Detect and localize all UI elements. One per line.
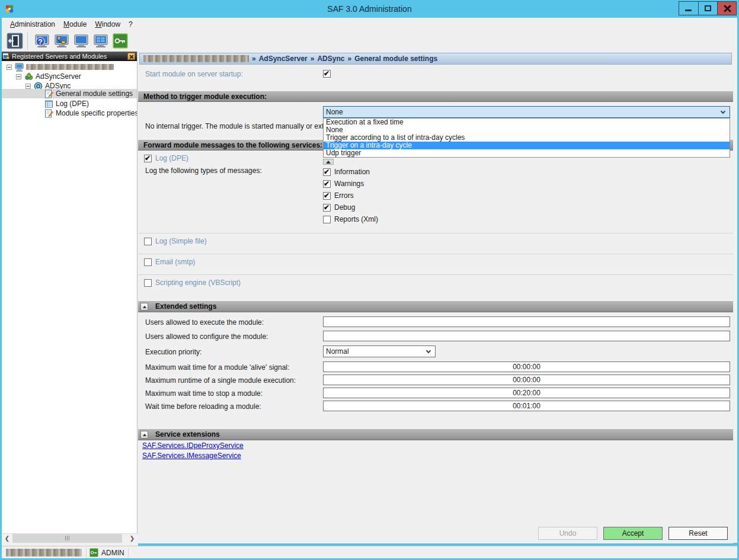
trigger-method-select[interactable]: None	[323, 106, 730, 118]
monitor-icon	[73, 33, 89, 49]
execution-priority-value: Normal	[326, 347, 349, 356]
reload-wait-input[interactable]: 00:01:00	[323, 401, 730, 411]
monitor-button[interactable]	[72, 32, 90, 50]
scroll-right-icon[interactable]: ❯	[127, 534, 137, 543]
registered-servers-button[interactable]: +	[53, 32, 71, 50]
message-type-row: Reports (Xml)	[323, 215, 378, 223]
max-runtime-input[interactable]: 00:00:00	[323, 375, 730, 385]
tree: AdSyncServer ADSync General module s	[2, 61, 137, 533]
tree-leaf-label: Module specific properties	[56, 109, 137, 117]
exit-door-icon	[7, 33, 23, 49]
collapse-section-icon[interactable]	[140, 431, 148, 439]
toolbar: ? +	[2, 30, 737, 52]
execution-priority-select[interactable]: Normal	[323, 345, 436, 357]
exit-button[interactable]	[6, 32, 24, 50]
breadcrumb-current-page: General module settings	[354, 55, 437, 63]
stop-wait-label: Maximum wait time to stop a module:	[145, 389, 263, 398]
reports-xml-checkbox[interactable]	[323, 216, 331, 223]
users-configure-input[interactable]	[323, 331, 730, 341]
tree-leaf-log-dpe[interactable]: Log (DPE)	[44, 99, 89, 108]
log-simple-file-label: Log (Simple file)	[155, 237, 207, 245]
message-service-link[interactable]: SAF.Services.IMessageService	[142, 452, 241, 460]
collapse-box-icon[interactable]	[7, 65, 12, 70]
execution-priority-label: Execution priority:	[145, 348, 201, 356]
tree-node-adsyncserver[interactable]: AdSyncServer	[16, 72, 81, 81]
log-table-icon	[44, 100, 53, 108]
scripting-engine-label: Scripting engine (VBScript)	[155, 279, 241, 287]
scroll-left-icon[interactable]: ❮	[2, 534, 12, 543]
collapse-up-icon[interactable]	[323, 159, 334, 165]
menu-administration[interactable]: Administration	[6, 19, 59, 30]
modules-grid-button[interactable]	[92, 32, 110, 50]
tree-leaf-module-properties[interactable]: Module specific properties	[44, 108, 137, 118]
trigger-description: No internal trigger. The module is start…	[145, 122, 346, 130]
log-simple-file-checkbox[interactable]	[144, 238, 152, 245]
menu-window[interactable]: Window	[91, 19, 124, 30]
debug-checkbox[interactable]	[323, 204, 331, 212]
reset-button[interactable]: Reset	[668, 527, 728, 540]
scripting-engine-row: Scripting engine (VBScript)	[144, 279, 241, 287]
email-smtp-row: Email (smtp)	[144, 258, 195, 266]
divider	[138, 274, 733, 275]
message-type-row: Debug	[323, 203, 355, 212]
scroll-thumb[interactable]	[12, 534, 122, 543]
startup-checkbox[interactable]	[323, 70, 331, 78]
key-icon	[89, 548, 98, 557]
tree-leaf-label: General module settings	[56, 89, 133, 98]
log-simple-file-row: Log (Simple file)	[144, 237, 207, 245]
dpe-proxy-service-link[interactable]: SAF.Services.IDpeProxyService	[142, 441, 244, 450]
modules-grid-icon	[92, 33, 109, 49]
menu-help[interactable]: ?	[124, 19, 137, 30]
maximize-button[interactable]	[698, 2, 717, 15]
panel-close-icon[interactable]	[127, 53, 135, 60]
settings-content: » AdSyncServer » ADSync » General module…	[138, 52, 733, 543]
warnings-checkbox[interactable]	[323, 180, 331, 188]
email-smtp-checkbox[interactable]	[144, 258, 152, 266]
trigger-method-dropdown: Execution at a fixed time None Trigger a…	[323, 118, 730, 158]
breadcrumb-adsync[interactable]: ADSync	[317, 55, 344, 63]
status-bar: ADMIN	[2, 546, 737, 558]
dropdown-option[interactable]: None	[324, 126, 730, 134]
scripting-engine-checkbox[interactable]	[144, 279, 152, 287]
reload-wait-label: Wait time before reloading a module:	[145, 402, 261, 411]
svg-text:?: ?	[38, 38, 42, 46]
dropdown-option-highlighted[interactable]: Trigger on a intra-day cycle	[324, 142, 730, 149]
computer-icon	[15, 63, 24, 72]
tree-node-server[interactable]	[7, 62, 114, 72]
help-button[interactable]: ?	[33, 32, 51, 50]
window-title: SAF 3.0 Administration	[0, 4, 739, 14]
menu-module[interactable]: Module	[59, 19, 91, 30]
dropdown-option[interactable]: Udp trigger	[324, 149, 730, 157]
admin-key-button[interactable]	[111, 32, 129, 50]
reports-xml-label: Reports (Xml)	[334, 215, 378, 223]
dropdown-option[interactable]: Execution at a fixed time	[324, 119, 730, 126]
minimize-button[interactable]	[679, 2, 698, 15]
breadcrumb-server-redacted	[143, 55, 249, 62]
collapse-section-icon[interactable]	[140, 303, 148, 311]
debug-label: Debug	[334, 203, 355, 212]
users-execute-input[interactable]	[323, 316, 730, 327]
collapse-box-icon[interactable]	[16, 74, 21, 79]
settings-doc-icon	[44, 89, 53, 98]
tree-hscrollbar: ❮ ❯	[2, 533, 137, 543]
undo-button[interactable]: Undo	[538, 527, 597, 540]
dropdown-option[interactable]: Trigger according to a list of intra-day…	[324, 134, 730, 142]
extended-settings-header: Extended settings	[138, 301, 733, 312]
tree-panel-header: Registered Servers and Modules	[2, 52, 137, 61]
log-dpe-checkbox[interactable]	[144, 155, 152, 162]
stop-wait-input[interactable]: 00:20:00	[323, 388, 730, 398]
breadcrumb-separator: »	[252, 55, 256, 63]
accept-button[interactable]: Accept	[603, 527, 663, 540]
errors-checkbox[interactable]	[323, 192, 331, 200]
warnings-label: Warnings	[334, 180, 364, 188]
max-runtime-label: Maximum runtime of a single module execu…	[145, 376, 296, 385]
breadcrumb-adsyncserver[interactable]: AdSyncServer	[259, 55, 308, 63]
scroll-track[interactable]	[12, 534, 127, 543]
alive-signal-input[interactable]: 00:00:00	[323, 361, 730, 372]
tree-leaf-general-settings[interactable]: General module settings	[2, 89, 137, 98]
information-label: Information	[334, 168, 370, 176]
collapse-box-icon[interactable]	[25, 84, 31, 89]
close-button[interactable]	[717, 2, 736, 15]
information-checkbox[interactable]	[323, 168, 331, 176]
log-dpe-row: Log (DPE)	[144, 154, 188, 162]
